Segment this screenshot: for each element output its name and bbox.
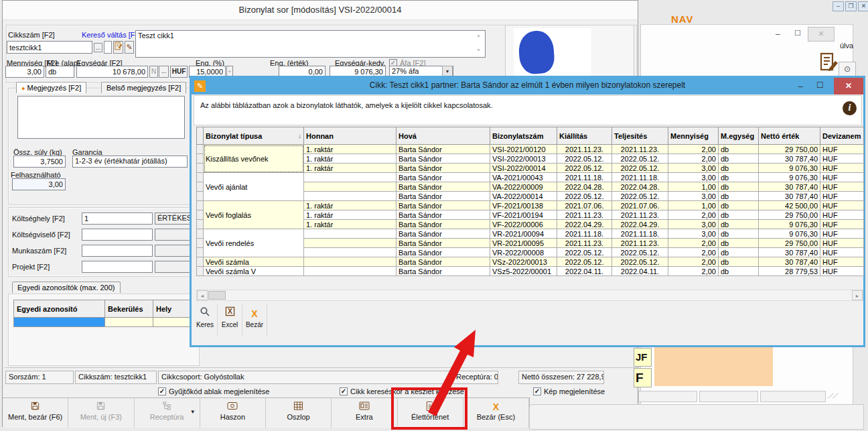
scroll-up-icon[interactable]: ▲ — [476, 33, 481, 38]
table-cell[interactable]: 1. raktár — [304, 145, 396, 154]
column-header[interactable]: Mennyiség — [668, 127, 719, 145]
table-cell[interactable]: HUF — [820, 145, 864, 154]
table-cell[interactable]: db — [719, 145, 759, 154]
table-cell[interactable]: 1. raktár — [304, 164, 396, 173]
outer-restore-button[interactable]: ❐ — [845, 1, 857, 11]
edit-document-icon[interactable] — [818, 51, 840, 75]
table-cell[interactable]: 1,00 — [668, 182, 719, 192]
row-header[interactable] — [197, 173, 204, 182]
table-cell[interactable]: db — [719, 201, 759, 210]
table-cell[interactable]: 2,00 — [668, 154, 719, 164]
table-cell[interactable]: 2021.11.18. — [612, 229, 668, 239]
table-cell[interactable]: 2021.11.23. — [557, 210, 612, 220]
table-cell[interactable]: VR-2022/00008 — [490, 248, 557, 257]
table-cell[interactable]: Barta Sándor — [396, 257, 490, 267]
table-cell[interactable]: 9 076,30 — [759, 173, 820, 182]
table-cell[interactable] — [304, 267, 396, 276]
table-cell[interactable]: 3,00 — [668, 173, 719, 182]
dialog-excel-button[interactable]: XExcel — [218, 304, 242, 336]
table-cell[interactable]: Barta Sándor — [396, 145, 490, 154]
table-cell[interactable]: VSI-2022/00014 — [490, 164, 557, 173]
egyedi-cell[interactable] — [14, 318, 105, 327]
table-cell[interactable]: 1. raktár — [304, 201, 396, 210]
table-cell[interactable]: VSI-2021/00120 — [490, 145, 557, 154]
table-cell[interactable]: HUF — [820, 239, 864, 248]
doc-type-cell[interactable]: Kiszállítás vevőnek — [204, 145, 304, 173]
table-cell[interactable]: 29 750,00 — [759, 210, 820, 220]
table-cell[interactable]: VSz5-2022/00001 — [490, 267, 557, 276]
table-cell[interactable]: 42 500,00 — [759, 201, 820, 210]
table-cell[interactable]: 1,00 — [668, 201, 719, 210]
table-cell[interactable]: 30 787,40 — [759, 182, 820, 192]
ossz-suly-input[interactable] — [13, 156, 66, 168]
table-cell[interactable]: HUF — [820, 173, 864, 182]
table-cell[interactable]: HUF — [820, 154, 864, 164]
table-cell[interactable]: db — [719, 220, 759, 229]
table-cell[interactable]: HUF — [820, 229, 864, 239]
table-cell[interactable]: VSI-2022/00013 — [490, 154, 557, 164]
table-cell[interactable]: 2022.05.12. — [612, 248, 668, 257]
table-cell[interactable]: 2022.05.12. — [612, 257, 668, 267]
doc-type-cell[interactable]: Vevői foglalás — [204, 201, 304, 229]
horizontal-scrollbar[interactable]: ◄ ► — [196, 290, 863, 301]
dropdown-arrow-icon[interactable]: ▼ — [190, 409, 196, 415]
table-cell[interactable]: 2022.04.11. — [612, 267, 668, 276]
dots-button[interactable]: ... — [159, 66, 169, 78]
doc-type-cell[interactable]: Vevői rendelés — [204, 229, 304, 257]
scroll-down-icon[interactable]: ▼ — [476, 48, 481, 52]
table-cell[interactable]: HUF — [820, 248, 864, 257]
table-cell[interactable]: 2021.11.23. — [612, 210, 668, 220]
column-header[interactable]: Kiállítás — [557, 127, 612, 145]
koltsegviselo-input[interactable] — [82, 229, 153, 241]
more-button[interactable]: ... — [94, 43, 102, 52]
table-cell[interactable]: 2022.04.11. — [557, 267, 612, 276]
table-cell[interactable]: 3,00 — [668, 192, 719, 201]
table-cell[interactable]: HUF — [820, 210, 864, 220]
scrollbar-thumb[interactable] — [208, 291, 226, 300]
table-cell[interactable]: VR-2021/00094 — [490, 229, 557, 239]
table-cell[interactable]: Barta Sándor — [396, 192, 490, 201]
table-cell[interactable]: 2,00 — [668, 248, 719, 257]
table-cell[interactable]: db — [719, 267, 759, 276]
table-cell[interactable]: 2022.04.29. — [612, 220, 668, 229]
row-header[interactable] — [197, 239, 204, 248]
table-cell[interactable]: db — [719, 192, 759, 201]
button-0[interactable]: Ment, bezár (F6) — [3, 398, 68, 428]
row-header[interactable] — [197, 201, 204, 210]
table-cell[interactable]: VF-2022/00006 — [490, 220, 557, 229]
egyedi-column-header[interactable]: Egyedi azonosító — [14, 300, 105, 318]
table-cell[interactable]: db — [719, 229, 759, 239]
column-header[interactable]: Devizanem — [820, 127, 864, 145]
dialog-keres-button[interactable]: Keres — [193, 304, 218, 336]
table-cell[interactable] — [304, 257, 396, 267]
table-cell[interactable]: 2,00 — [668, 145, 719, 154]
table-cell[interactable]: 2022.05.12. — [612, 192, 668, 201]
row-header[interactable] — [197, 257, 204, 267]
table-cell[interactable]: VA-2021/00043 — [490, 173, 557, 182]
table-cell[interactable] — [304, 239, 396, 248]
row-header[interactable] — [197, 267, 204, 276]
table-cell[interactable]: 2021.11.23. — [612, 239, 668, 248]
table-cell[interactable]: 2021.07.06. — [612, 201, 668, 210]
table-cell[interactable]: db — [719, 248, 759, 257]
table-cell[interactable] — [304, 248, 396, 257]
table-cell[interactable]: 2021.11.23. — [557, 145, 612, 154]
table-cell[interactable]: 1. raktár — [304, 220, 396, 229]
table-cell[interactable]: VF-2021/00138 — [490, 201, 557, 210]
column-header[interactable]: Hová — [396, 127, 490, 145]
doc-type-cell[interactable]: Vevői számla — [204, 257, 304, 267]
table-cell[interactable]: Barta Sándor — [396, 267, 490, 276]
table-cell[interactable]: Barta Sándor — [396, 164, 490, 173]
table-cell[interactable]: HUF — [820, 267, 864, 276]
button-4[interactable]: Oszlop — [266, 398, 332, 428]
table-cell[interactable]: Barta Sándor — [396, 154, 490, 164]
table-cell[interactable]: 30 787,40 — [759, 192, 820, 201]
koltseghely-input[interactable] — [82, 212, 153, 225]
table-cell[interactable]: 2022.04.29. — [557, 220, 612, 229]
bg-close-button[interactable]: ✕ — [808, 27, 835, 42]
button-5[interactable]: Extra — [332, 398, 397, 428]
table-cell[interactable] — [304, 229, 396, 239]
doc-type-cell[interactable]: Vevői számla V — [204, 267, 304, 276]
table-cell[interactable]: VSz-2022/00013 — [490, 257, 557, 267]
button-2[interactable]: Receptúra▼ — [135, 398, 200, 428]
